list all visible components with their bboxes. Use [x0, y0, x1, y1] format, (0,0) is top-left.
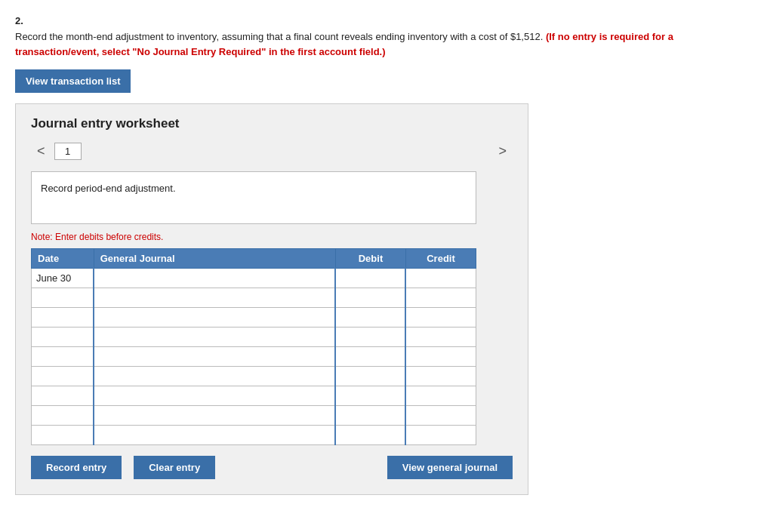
- question-text: Record the month-end adjustment to inven…: [15, 29, 749, 59]
- table-row-credit-7[interactable]: [405, 406, 476, 426]
- debit-input-7[interactable]: [336, 406, 405, 425]
- journal-table: Date General Journal Debit Credit June 3…: [31, 248, 476, 445]
- view-general-journal-button[interactable]: View general journal: [387, 456, 513, 479]
- table-row-date-8: [32, 426, 94, 445]
- credit-input-3[interactable]: [406, 328, 476, 346]
- credit-input-8[interactable]: [406, 426, 476, 444]
- table-row-journal-7[interactable]: [94, 406, 335, 426]
- debit-input-4[interactable]: [336, 347, 405, 366]
- table-row-debit-5[interactable]: [335, 367, 405, 386]
- debit-input-6[interactable]: [336, 386, 405, 405]
- table-row-journal-4[interactable]: [94, 347, 335, 367]
- table-row-date-0: June 30: [32, 269, 94, 288]
- debit-input-3[interactable]: [336, 328, 405, 346]
- journal-input-3[interactable]: [94, 328, 334, 346]
- table-row-date-1: [32, 288, 94, 308]
- nav-next-arrow[interactable]: >: [492, 142, 513, 161]
- credit-input-4[interactable]: [406, 347, 476, 366]
- table-row-debit-0[interactable]: [335, 269, 405, 288]
- credit-input-6[interactable]: [406, 386, 476, 405]
- table-row-journal-6[interactable]: [94, 386, 335, 406]
- table-row-date-3: [32, 328, 94, 347]
- debit-input-0[interactable]: [336, 269, 405, 288]
- table-row-credit-1[interactable]: [405, 288, 476, 308]
- table-row-credit-8[interactable]: [405, 426, 476, 445]
- journal-input-2[interactable]: [94, 308, 334, 327]
- view-transaction-button[interactable]: View transaction list: [15, 69, 131, 93]
- journal-input-1[interactable]: [94, 288, 334, 307]
- table-row-credit-2[interactable]: [405, 308, 476, 328]
- table-row-journal-1[interactable]: [94, 288, 335, 308]
- page-number-box: 1: [54, 143, 82, 160]
- table-row-date-2: [32, 308, 94, 328]
- table-row-debit-8[interactable]: [335, 426, 405, 445]
- debit-input-8[interactable]: [336, 426, 405, 444]
- description-box: Record period-end adjustment.: [31, 171, 476, 224]
- journal-input-0[interactable]: [94, 269, 334, 288]
- worksheet-title: Journal entry worksheet: [31, 116, 513, 131]
- table-row-credit-6[interactable]: [405, 386, 476, 406]
- table-row-credit-5[interactable]: [405, 367, 476, 386]
- table-row-date-7: [32, 406, 94, 426]
- credit-input-0[interactable]: [406, 269, 476, 288]
- clear-entry-button[interactable]: Clear entry: [134, 456, 215, 479]
- debit-input-2[interactable]: [336, 308, 405, 327]
- col-header-credit: Credit: [405, 249, 476, 269]
- buttons-row: Record entry Clear entry View general jo…: [31, 456, 513, 479]
- credit-input-7[interactable]: [406, 406, 476, 425]
- credit-input-2[interactable]: [406, 308, 476, 327]
- table-row-journal-2[interactable]: [94, 308, 335, 328]
- table-row-credit-3[interactable]: [405, 328, 476, 347]
- table-row-journal-0[interactable]: [94, 269, 335, 288]
- col-header-debit: Debit: [335, 249, 405, 269]
- table-row-debit-7[interactable]: [335, 406, 405, 426]
- table-row-journal-5[interactable]: [94, 367, 335, 386]
- record-entry-button[interactable]: Record entry: [31, 456, 122, 479]
- journal-input-7[interactable]: [94, 406, 334, 425]
- journal-input-4[interactable]: [94, 347, 334, 366]
- journal-input-8[interactable]: [94, 426, 334, 444]
- table-row-date-5: [32, 367, 94, 386]
- table-row-journal-8[interactable]: [94, 426, 335, 445]
- table-row-date-4: [32, 347, 94, 367]
- debit-input-5[interactable]: [336, 367, 405, 386]
- table-row-credit-4[interactable]: [405, 347, 476, 367]
- table-row-journal-3[interactable]: [94, 328, 335, 347]
- journal-input-5[interactable]: [94, 367, 334, 386]
- worksheet-container: Journal entry worksheet < 1 > Record per…: [15, 103, 528, 495]
- debit-input-1[interactable]: [336, 288, 405, 307]
- question-text-normal: Record the month-end adjustment to inven…: [15, 31, 543, 42]
- nav-prev-arrow[interactable]: <: [31, 142, 51, 161]
- nav-row: < 1 >: [31, 142, 513, 161]
- table-row-debit-1[interactable]: [335, 288, 405, 308]
- table-row-debit-6[interactable]: [335, 386, 405, 406]
- table-row-date-6: [32, 386, 94, 406]
- question-number: 2.: [15, 15, 749, 26]
- table-row-debit-2[interactable]: [335, 308, 405, 328]
- col-header-date: Date: [32, 249, 94, 269]
- credit-input-5[interactable]: [406, 367, 476, 386]
- note-text: Note: Enter debits before credits.: [31, 232, 513, 242]
- journal-input-6[interactable]: [94, 386, 334, 405]
- table-row-credit-0[interactable]: [405, 269, 476, 288]
- table-row-debit-3[interactable]: [335, 328, 405, 347]
- table-row-debit-4[interactable]: [335, 347, 405, 367]
- col-header-journal: General Journal: [94, 249, 335, 269]
- credit-input-1[interactable]: [406, 288, 476, 307]
